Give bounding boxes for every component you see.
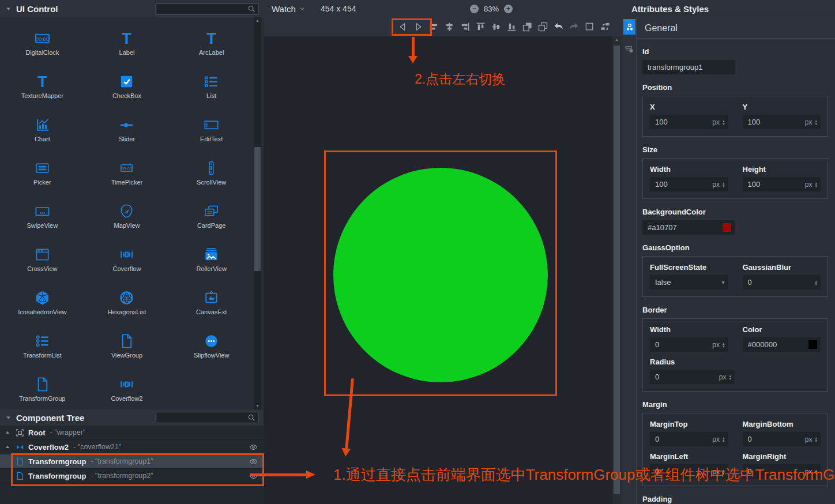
marquee-button[interactable]: [583, 20, 596, 34]
align-bottom-button[interactable]: [505, 20, 518, 34]
palette-item-swipeview[interactable]: SwipeView: [0, 193, 85, 236]
palette-item-texturemapper[interactable]: TTextureMapper: [0, 63, 85, 107]
border-color-input[interactable]: #000000: [743, 337, 821, 352]
align-left-button[interactable]: [427, 20, 440, 34]
stepper-icon[interactable]: ▴▾: [815, 119, 817, 125]
stepper-icon[interactable]: ▴▾: [729, 374, 731, 380]
border-radius-input[interactable]: 0px▴▾: [650, 370, 735, 384]
tree-row-coverflow2-1[interactable]: Coverflow2- "coverflow21": [0, 440, 264, 454]
collapse-triangle-icon[interactable]: [5, 6, 12, 12]
background-color-input[interactable]: #a10707: [642, 220, 735, 235]
stepper-icon[interactable]: ▴▾: [815, 182, 817, 187]
zoom-out-button[interactable]: −: [470, 5, 479, 13]
svg-text:00:00: 00:00: [36, 36, 49, 42]
fullscreenstate-select[interactable]: false▾: [650, 275, 728, 289]
palette-item-transformgroup[interactable]: TransformGroup: [0, 366, 85, 409]
scroll-down-icon[interactable]: ▼: [254, 403, 261, 409]
next-triangle-icon: [412, 21, 424, 33]
attributes-header: Attributes & Styles: [623, 0, 835, 17]
tab-attributes-info[interactable]: i: [623, 43, 635, 56]
field-value: false: [655, 278, 721, 287]
stepper-icon[interactable]: ▴▾: [815, 437, 817, 442]
redo-button[interactable]: [567, 20, 580, 34]
visibility-eye-icon[interactable]: [249, 443, 258, 452]
transform-swap-button[interactable]: [599, 20, 611, 34]
tree-row-transformgroup-3[interactable]: Transformgroup- "transformgroup2": [0, 469, 264, 483]
palette-item-coverflow[interactable]: Coverflow: [85, 236, 170, 280]
swipe-view-icon: [33, 202, 51, 220]
palette-item-icosahedronview[interactable]: IcosahedronView: [0, 280, 85, 323]
margin-bottom-input[interactable]: 0px▴▾: [743, 432, 821, 446]
stepper-icon[interactable]: ▴▾: [723, 342, 725, 348]
palette-item-scrollview[interactable]: ScrollView: [169, 150, 254, 193]
bring-to-front-button[interactable]: [521, 20, 533, 34]
palette-item-slipflowview[interactable]: SlipflowView: [169, 323, 254, 366]
switch-prev-button[interactable]: [396, 20, 409, 34]
canvas-scroll-thumb[interactable]: [614, 46, 620, 494]
palette-item-arclabel[interactable]: TArcLabel: [169, 20, 254, 63]
margin-top-input[interactable]: 0px▴▾: [650, 432, 728, 446]
align-right-button[interactable]: [458, 20, 471, 34]
dropdown-caret-icon[interactable]: ▾: [721, 279, 724, 285]
palette-scroll-thumb[interactable]: [254, 147, 261, 271]
palette-item-crossview[interactable]: CrossView: [0, 236, 85, 280]
scroll-up-icon[interactable]: ▲: [612, 36, 621, 43]
height-input[interactable]: 100px▴▾: [743, 177, 821, 191]
color-swatch[interactable]: [808, 340, 817, 349]
switch-next-button[interactable]: [412, 20, 424, 34]
visibility-eye-icon[interactable]: [249, 457, 258, 466]
palette-scrollbar[interactable]: ▲ ▼: [254, 17, 261, 409]
expander-icon[interactable]: [0, 430, 16, 435]
palette-item-checkbox[interactable]: CheckBox: [85, 63, 170, 107]
send-to-back-button[interactable]: [536, 20, 549, 34]
undo-button[interactable]: [552, 20, 565, 34]
align-top-button[interactable]: [474, 20, 487, 34]
align-top-icon: [475, 21, 487, 33]
stepper-icon[interactable]: ▴▾: [723, 437, 725, 442]
scroll-up-icon[interactable]: ▲: [254, 17, 261, 24]
palette-item-viewgroup[interactable]: ViewGroup: [85, 323, 170, 366]
zoom-in-button[interactable]: +: [504, 5, 513, 13]
border-width-input[interactable]: 0px▴▾: [650, 337, 728, 352]
design-canvas[interactable]: [264, 36, 612, 504]
transformgroup-circle-shape[interactable]: [333, 168, 548, 382]
tab-attributes-general[interactable]: [623, 19, 635, 35]
palette-item-mapview[interactable]: MapView: [85, 193, 170, 236]
id-input[interactable]: transformgroup1: [642, 60, 735, 74]
component-tree-search-input[interactable]: [156, 413, 247, 422]
y-input[interactable]: 100px▴▾: [743, 115, 821, 129]
align-middle-vertical-button[interactable]: [490, 20, 502, 34]
marquee-icon: [584, 21, 596, 33]
palette-item-picker[interactable]: Picker: [0, 150, 85, 193]
palette-item-cardpage[interactable]: CardPage: [169, 193, 254, 236]
stepper-icon[interactable]: ▴▾: [723, 119, 725, 125]
palette-item-slider[interactable]: Slider: [85, 107, 170, 150]
palette-item-rollerview[interactable]: RollerView: [169, 236, 254, 280]
ui-control-search-input[interactable]: [156, 5, 247, 13]
color-swatch[interactable]: [723, 223, 731, 232]
palette-item-edittext[interactable]: EditText: [169, 107, 254, 150]
palette-item-digitalclock[interactable]: 00:00DigitalClock: [0, 20, 85, 63]
tree-row-root-0[interactable]: Root- "wrapper": [0, 426, 264, 440]
stepper-icon[interactable]: ▴▾: [815, 280, 817, 285]
width-input[interactable]: 100px▴▾: [650, 177, 728, 191]
palette-item-canvasext[interactable]: CanvasExt: [169, 280, 254, 323]
expander-icon[interactable]: [0, 444, 16, 450]
palette-item-coverflow2[interactable]: Coverflow2: [85, 366, 170, 409]
device-select[interactable]: Watch: [272, 4, 306, 14]
tree-row-transformgroup-2[interactable]: Transformgroup- "transformgroup1": [0, 454, 264, 469]
stepper-icon[interactable]: ▴▾: [723, 182, 725, 187]
align-center-horizontal-button[interactable]: [443, 20, 456, 34]
palette-item-label[interactable]: TLabel: [85, 20, 170, 63]
palette-item-timepicker[interactable]: 00:00TimePicker: [85, 150, 170, 193]
palette-item-chart[interactable]: Chart: [0, 107, 85, 150]
palette-item-hexagonslist[interactable]: HexagonsList: [85, 280, 170, 323]
info-tab-icon: i: [625, 44, 635, 55]
x-input[interactable]: 100px▴▾: [650, 115, 728, 129]
canvas-scrollbar[interactable]: ▲: [612, 36, 621, 504]
gaussianblur-input[interactable]: 0▴▾: [743, 275, 821, 289]
palette-item-transformlist[interactable]: TransformList: [0, 323, 85, 366]
collapse-triangle-icon[interactable]: [5, 415, 12, 421]
palette-item-list[interactable]: List: [169, 63, 254, 107]
tree-node-type: Root: [28, 428, 46, 437]
